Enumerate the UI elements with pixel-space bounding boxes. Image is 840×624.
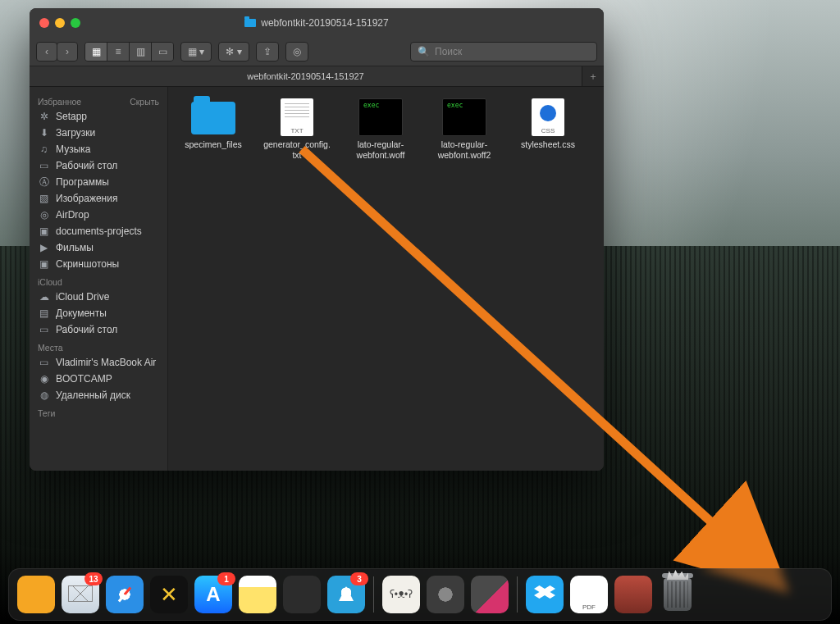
sidebar-item-label: Скриншотоны bbox=[56, 258, 119, 270]
icon-view-button[interactable]: ▦ bbox=[85, 43, 107, 61]
folder-icon bbox=[191, 102, 235, 134]
dock-app-bear[interactable] bbox=[382, 576, 420, 613]
sidebar-item-label: Документы bbox=[56, 307, 107, 319]
dock-app-mail[interactable]: 13 bbox=[62, 576, 99, 613]
sidebar-header-favorites: Избранное Скрыть bbox=[30, 92, 167, 108]
sidebar-item[interactable]: ◉BOOTCAMP bbox=[30, 371, 167, 387]
sidebar-item-label: Vladimir's MacBook Air bbox=[56, 357, 156, 368]
dock-app-trash[interactable] bbox=[659, 576, 696, 613]
search-field[interactable]: 🔍 Поиск bbox=[410, 42, 597, 61]
tags-button[interactable]: ◎ bbox=[285, 42, 308, 61]
window-title: webfontkit-20190514-151927 bbox=[30, 17, 604, 29]
sidebar-item[interactable]: ▣Скриншотоны bbox=[30, 256, 167, 272]
file-label: specimen_files bbox=[185, 139, 241, 150]
sidebar-item[interactable]: ♫Музыка bbox=[30, 141, 167, 157]
sidebar-item[interactable]: ✲Setapp bbox=[30, 108, 167, 125]
action-button[interactable]: ✻ ▾ bbox=[218, 42, 249, 61]
folder-icon: ▣ bbox=[38, 259, 50, 270]
sidebar-item-label: iCloud Drive bbox=[56, 291, 109, 303]
txt-file-icon bbox=[281, 98, 313, 136]
dock-app-telegram[interactable]: 3 bbox=[327, 576, 365, 613]
dock-app-appstore[interactable]: 1 bbox=[194, 576, 232, 613]
file-item[interactable]: lato-regular-webfont.woff2 bbox=[422, 98, 506, 161]
dock-app-dropbox[interactable] bbox=[526, 576, 564, 613]
titlebar[interactable]: webfontkit-20190514-151927 bbox=[30, 8, 604, 38]
dock-divider bbox=[373, 576, 374, 613]
back-button[interactable]: ‹ bbox=[36, 42, 57, 61]
downloads-icon: ⬇ bbox=[38, 128, 50, 139]
sidebar-item[interactable]: ⒶПрограммы bbox=[30, 174, 167, 190]
badge: 13 bbox=[84, 572, 103, 585]
file-grid[interactable]: specimen_filesgenerator_config.txtlato-r… bbox=[168, 87, 604, 471]
sidebar-item-label: AirDrop bbox=[56, 209, 89, 221]
finder-window: webfontkit-20190514-151927 ‹ › ▦ ≡ ▥ ▭ ▦… bbox=[30, 8, 604, 471]
sidebar-item-label: Рабочий стол bbox=[56, 160, 117, 171]
share-button[interactable]: ⇪ bbox=[256, 42, 279, 61]
sidebar-header-tags: Теги bbox=[30, 403, 167, 420]
column-view-button[interactable]: ▥ bbox=[130, 43, 152, 61]
view-mode-segmented[interactable]: ▦ ≡ ▥ ▭ bbox=[84, 42, 174, 61]
dock-app-safari[interactable] bbox=[106, 576, 144, 613]
dock-app-forklift[interactable] bbox=[17, 576, 55, 613]
exec-file-icon bbox=[442, 98, 486, 136]
list-view-button[interactable]: ≡ bbox=[107, 43, 130, 61]
music-icon: ♫ bbox=[38, 144, 50, 155]
sidebar-item[interactable]: ◍Удаленный диск bbox=[30, 387, 167, 403]
dock-app-settings[interactable] bbox=[427, 576, 464, 613]
apps-icon: Ⓐ bbox=[38, 177, 50, 188]
sidebar-item[interactable]: ▤Документы bbox=[30, 305, 167, 321]
movies-icon: ▶ bbox=[38, 243, 50, 253]
dock-app-notes[interactable] bbox=[239, 576, 276, 613]
file-item[interactable]: specimen_files bbox=[171, 98, 255, 161]
dock: 1313 bbox=[8, 568, 832, 621]
sidebar-item[interactable]: ▭Рабочий стол bbox=[30, 157, 167, 174]
css-file-icon bbox=[532, 98, 564, 136]
dock-app-pdf[interactable] bbox=[570, 576, 608, 613]
cloud-icon: ☁ bbox=[38, 292, 50, 303]
file-item[interactable]: lato-regular-webfont.woff bbox=[339, 98, 422, 161]
toolbar: ‹ › ▦ ≡ ▥ ▭ ▦ ▾ ✻ ▾ ⇪ ◎ 🔍 Поиск bbox=[30, 38, 604, 66]
file-label: generator_config.txt bbox=[263, 139, 331, 161]
sidebar-item-label: Музыка bbox=[56, 143, 90, 155]
file-item[interactable]: stylesheet.css bbox=[506, 98, 590, 161]
sidebar-item-label: Удаленный диск bbox=[56, 389, 130, 401]
search-icon: 🔍 bbox=[418, 46, 430, 57]
tab-current[interactable]: webfontkit-20190514-151927 bbox=[30, 66, 582, 86]
nav-buttons: ‹ › bbox=[36, 42, 78, 61]
tab-bar: webfontkit-20190514-151927 ＋ bbox=[30, 66, 604, 87]
sidebar-item[interactable]: ◎AirDrop bbox=[30, 207, 167, 223]
sidebar-item[interactable]: ☁iCloud Drive bbox=[30, 289, 167, 305]
arrange-button[interactable]: ▦ ▾ bbox=[180, 42, 212, 61]
sidebar-item[interactable]: ⬇Загрузки bbox=[30, 125, 167, 141]
file-label: lato-regular-webfont.woff bbox=[357, 139, 405, 161]
file-item[interactable]: generator_config.txt bbox=[255, 98, 339, 161]
badge: 1 bbox=[217, 572, 235, 585]
sidebar-header-icloud: iCloud bbox=[30, 272, 167, 289]
dock-app-logic[interactable] bbox=[283, 576, 321, 613]
sidebar-item[interactable]: ▧Изображения bbox=[30, 190, 167, 207]
folder-icon: ▣ bbox=[38, 226, 50, 237]
remote-disk-icon: ◍ bbox=[38, 390, 50, 401]
file-label: lato-regular-webfont.woff2 bbox=[438, 139, 491, 161]
exec-file-icon bbox=[358, 98, 403, 136]
sidebar-item-label: Программы bbox=[56, 176, 109, 188]
badge: 3 bbox=[350, 572, 368, 585]
dock-app-cleanmymac[interactable] bbox=[471, 576, 509, 613]
sidebar: Избранное Скрыть ✲Setapp⬇Загрузки♫Музыка… bbox=[30, 87, 168, 471]
sidebar-item[interactable]: ▶Фильмы bbox=[30, 239, 167, 256]
hide-favorites[interactable]: Скрыть bbox=[130, 97, 159, 107]
new-tab-button[interactable]: ＋ bbox=[582, 66, 604, 86]
documents-icon: ▤ bbox=[38, 308, 50, 319]
sidebar-header-locations: Места bbox=[30, 338, 167, 354]
dock-app-butterfly[interactable] bbox=[150, 576, 188, 613]
gallery-view-button[interactable]: ▭ bbox=[152, 43, 173, 61]
sidebar-item-label: Загрузки bbox=[56, 127, 95, 139]
sidebar-item[interactable]: ▣documents-projects bbox=[30, 223, 167, 239]
search-placeholder: Поиск bbox=[435, 46, 462, 57]
dock-app-stack[interactable] bbox=[614, 576, 652, 613]
desktop-icon: ▭ bbox=[38, 325, 50, 335]
sidebar-item[interactable]: ▭Vladimir's MacBook Air bbox=[30, 354, 167, 371]
sidebar-item-label: Фильмы bbox=[56, 242, 94, 253]
forward-button[interactable]: › bbox=[57, 42, 78, 61]
sidebar-item[interactable]: ▭Рабочий стол bbox=[30, 321, 167, 338]
